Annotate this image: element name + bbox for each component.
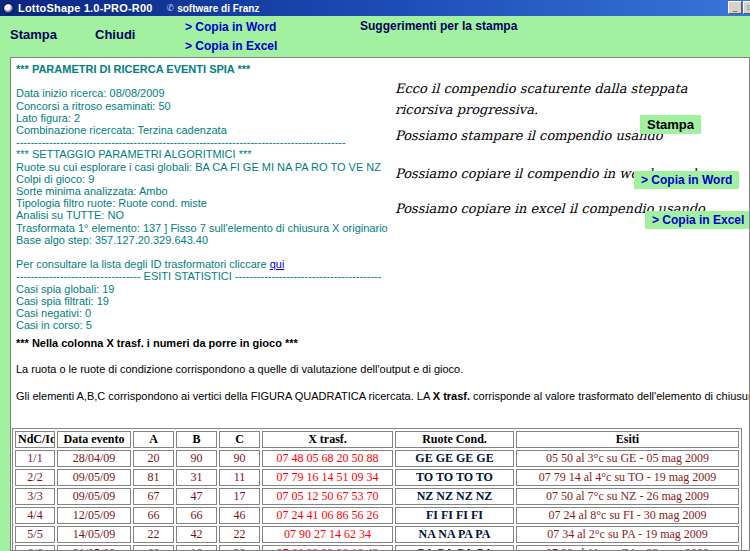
- app-window: LottoShape 1.0-PRO-R00 ✆ software di Fra…: [0, 0, 750, 551]
- table-cell: 66: [133, 507, 174, 524]
- table-row: 6/6 21/05/09 68 18 38 07 66 33 23 38 18 …: [15, 545, 739, 551]
- table-cell: 6/6: [15, 545, 55, 551]
- table-cell: 21/05/09: [57, 545, 131, 551]
- window-controls: _ □: [728, 1, 750, 14]
- report-panel: *** PARAMETRI DI RICERCA EVENTI SPIA ***…: [10, 57, 750, 551]
- ruota-condizione-note: La ruota o le ruote di condizione corris…: [16, 363, 463, 375]
- table-cell: 38: [219, 545, 260, 551]
- table-cell: 31: [176, 469, 217, 486]
- table-cell-esiti: 07 38 al 1°c su CA - 23 mag 2009: [516, 545, 739, 551]
- report-line-casi-negativi: Casi negativi: 0: [16, 307, 388, 319]
- table-cell-ruote: NZ NZ NZ NZ: [395, 488, 514, 505]
- report-line-combinazione: Combinazione ricercata: Terzina cadenzat…: [16, 124, 388, 136]
- table-cell: 22: [133, 526, 174, 543]
- note3-prefix: Gli elementi A,B,C corrispondono ai vert…: [16, 390, 433, 402]
- table-cell: 11: [219, 469, 260, 486]
- table-cell: 81: [133, 469, 174, 486]
- results-table: NdC/Id Data evento A B C X trasf. Ruote …: [12, 428, 742, 551]
- report-header: *** PARAMETRI DI RICERCA EVENTI SPIA ***: [16, 63, 388, 75]
- table-cell: 12/05/09: [57, 507, 131, 524]
- menu-chiudi-button[interactable]: Chiudi: [95, 27, 135, 42]
- title-bar: LottoShape 1.0-PRO-R00 ✆ software di Fra…: [0, 0, 750, 16]
- menu-stampa-button[interactable]: Stampa: [10, 27, 57, 42]
- table-cell: 4/4: [15, 507, 55, 524]
- table-cell-esiti: 05 50 al 3°c su GE - 05 mag 2009: [516, 450, 739, 467]
- table-cell: 28/04/09: [57, 450, 131, 467]
- app-icon: [3, 3, 14, 14]
- search-parameters-report: *** PARAMETRI DI RICERCA EVENTI SPIA ***…: [16, 63, 388, 331]
- copia-excel-badge[interactable]: > Copia in Excel: [645, 211, 750, 229]
- menu-copia-excel-button[interactable]: > Copia in Excel: [185, 39, 277, 53]
- x-trasf-bold-note: *** Nella colonna X trasf. i numeri da p…: [16, 337, 298, 349]
- elementi-abc-note: Gli elementi A,B,C corrispondono ai vert…: [16, 390, 750, 402]
- table-cell-x-trasf: 07 24 41 06 86 56 26: [262, 507, 393, 524]
- menu-copia-word-button[interactable]: > Copia in Word: [185, 20, 276, 34]
- report-line-lato: Lato figura: 2: [16, 112, 388, 124]
- table-cell: 47: [176, 488, 217, 505]
- table-cell: 67: [133, 488, 174, 505]
- report-line-casi-corso: Casi in corso: 5: [16, 319, 388, 331]
- minimize-button[interactable]: _: [728, 1, 742, 14]
- table-cell-ruote: FI FI FI FI: [395, 507, 514, 524]
- print-help-text: Possiamo stampare il compendio usando: [395, 125, 663, 146]
- table-cell: 17: [219, 488, 260, 505]
- qui-link[interactable]: qui: [270, 258, 285, 270]
- note3-suffix: corrisponde al valore trasformato dell'e…: [470, 390, 750, 402]
- menu-suggerimenti-button[interactable]: Suggerimenti per la stampa: [360, 19, 517, 33]
- column-header-x-trasf: X trasf.: [262, 431, 393, 448]
- column-header-ndc: NdC/Id: [15, 431, 55, 448]
- esiti-statistici-separator: ---------------------------------- ESITI…: [16, 270, 388, 282]
- table-cell-x-trasf: 07 90 27 14 62 34: [262, 526, 393, 543]
- table-cell: 5/5: [15, 526, 55, 543]
- table-cell: 20: [133, 450, 174, 467]
- table-cell-ruote: GE GE GE GE: [395, 450, 514, 467]
- column-header-a: A: [133, 431, 174, 448]
- menu-bar: Stampa Chiudi > Copia in Word > Copia in…: [0, 16, 750, 57]
- table-cell: 3/3: [15, 488, 55, 505]
- table-cell-ruote: CA CA CA CA: [395, 545, 514, 551]
- table-cell: 90: [176, 450, 217, 467]
- table-cell-esiti: 07 34 al 2°c su PA - 19 mag 2009: [516, 526, 739, 543]
- table-cell-x-trasf: 07 66 33 23 38 18 42: [262, 545, 393, 551]
- table-cell: 1/1: [15, 450, 55, 467]
- software-icon: ✆: [167, 3, 175, 13]
- column-header-c: C: [219, 431, 260, 448]
- report-line-trasformata: Trasformata 1° elemento: 137 ] Fisso 7 s…: [16, 222, 388, 234]
- report-line-ruote: Ruote su cui esplorare i casi globali: B…: [16, 161, 388, 173]
- table-cell-x-trasf: 07 79 16 14 51 09 34: [262, 469, 393, 486]
- stampa-badge[interactable]: Stampa: [640, 115, 701, 134]
- column-header-ruote-cond: Ruote Cond.: [395, 431, 514, 448]
- link-prefix-text: Per consultare la lista degli ID trasfor…: [16, 258, 270, 270]
- table-cell: 22: [219, 526, 260, 543]
- window-subtitle: software di Franz: [177, 3, 259, 14]
- column-header-b: B: [176, 431, 217, 448]
- table-cell: 66: [176, 507, 217, 524]
- table-cell-ruote: TO TO TO TO: [395, 469, 514, 486]
- maximize-button[interactable]: □: [743, 1, 750, 14]
- column-header-data-evento: Data evento: [57, 431, 131, 448]
- window-title: LottoShape 1.0-PRO-R00: [18, 2, 153, 14]
- report-line-casi-filtrati: Casi spia filtrati: 19: [16, 295, 388, 307]
- report-line-data-inizio: Data inizio ricerca: 08/08/2009: [16, 87, 388, 99]
- table-cell: 09/05/09: [57, 469, 131, 486]
- copia-word-badge[interactable]: > Copia in Word: [634, 171, 739, 189]
- table-cell: 18: [176, 545, 217, 551]
- report-line-sorte: Sorte minima analizzata: Ambo: [16, 185, 388, 197]
- id-trasformatori-line: Per consultare la lista degli ID trasfor…: [16, 258, 388, 270]
- table-cell: 90: [219, 450, 260, 467]
- compendio-intro-text: Ecco il compendio scaturente dalla stepp…: [395, 78, 705, 120]
- table-cell: 46: [219, 507, 260, 524]
- table-header-row: NdC/Id Data evento A B C X trasf. Ruote …: [15, 431, 739, 448]
- separator-line: ----------------------------------------…: [16, 136, 388, 148]
- table-cell: 09/05/09: [57, 488, 131, 505]
- table-cell: 2/2: [15, 469, 55, 486]
- table-cell-ruote: NA NA PA PA: [395, 526, 514, 543]
- report-line-colpi: Colpi di gioco: 9: [16, 173, 388, 185]
- table-cell-esiti: 07 79 14 al 4°c su TO - 19 mag 2009: [516, 469, 739, 486]
- table-row: 1/1 28/04/09 20 90 90 07 48 05 68 20 50 …: [15, 450, 739, 467]
- table-row: 5/5 14/05/09 22 42 22 07 90 27 14 62 34 …: [15, 526, 739, 543]
- column-header-esiti: Esiti: [516, 431, 739, 448]
- table-cell: 68: [133, 545, 174, 551]
- report-line-base-algo: Base algo step: 357.127.20.329.643.40: [16, 234, 388, 246]
- report-line-tipologia: Tipologia filtro ruote: Ruote cond. mist…: [16, 197, 388, 209]
